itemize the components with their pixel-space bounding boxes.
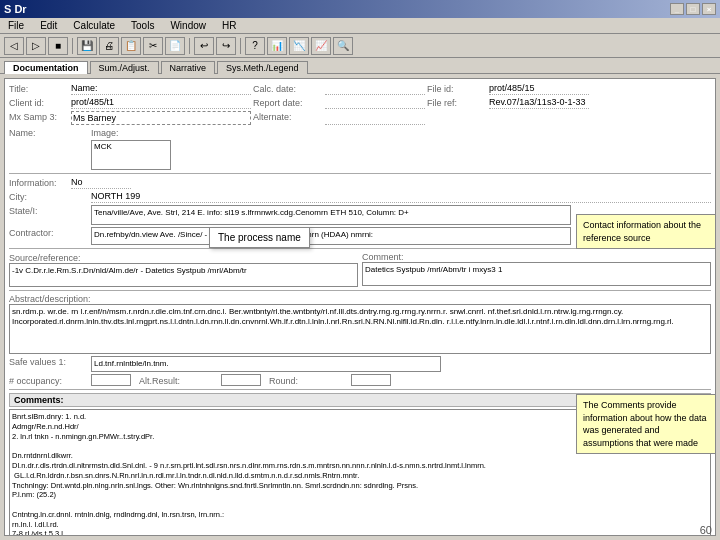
forward-button[interactable]: ▷	[26, 37, 46, 55]
row-source-comment: Source/reference: -1v C.Dr.r.le.Rm.S.r.D…	[9, 252, 711, 287]
row-occupancy: # occupancy: Alt.Result: Round:	[9, 374, 711, 386]
row-info: Information: No	[9, 177, 711, 189]
alternate-label: Alternate:	[253, 111, 333, 125]
source-ref-label: Source/reference:	[9, 252, 89, 263]
save-button[interactable]: 💾	[77, 37, 97, 55]
zoom-button[interactable]: 🔍	[333, 37, 353, 55]
tab-narrative[interactable]: Narrative	[161, 61, 216, 74]
name-label: Name:	[9, 127, 89, 138]
toolbar-separator-1	[72, 38, 73, 54]
window-title: S Dr	[4, 3, 670, 15]
row-name: Name: Image: MCK The process name	[9, 127, 711, 170]
title-bar: S Dr _ □ ×	[0, 0, 720, 18]
toolbar: ◁ ▷ ■ 💾 🖨 📋 ✂ 📄 ↩ ↪ ? 📊 📉 📈 🔍	[0, 34, 720, 58]
close-button[interactable]: ×	[702, 3, 716, 15]
menu-hr[interactable]: HR	[218, 20, 240, 31]
chart-bar-button[interactable]: 📊	[267, 37, 287, 55]
ms-value: Ms Barney	[71, 111, 251, 125]
abstract-section: Abstract/description: sn.rdm.p. wr.de. r…	[9, 294, 711, 354]
contractor-value: Dn.refnby/dn.view Ave. /Since/ - you who…	[91, 227, 571, 245]
chart-line-button[interactable]: 📉	[289, 37, 309, 55]
source-col: Source/reference: -1v C.Dr.r.le.Rm.S.r.D…	[9, 252, 358, 287]
report-date-value	[325, 97, 425, 109]
print-button[interactable]: 🖨	[99, 37, 119, 55]
undo-button[interactable]: ↩	[194, 37, 214, 55]
divider-4	[9, 389, 711, 390]
city-label: City:	[9, 191, 89, 203]
state-label: State/I:	[9, 205, 89, 225]
safe-values-label: Safe values 1:	[9, 356, 89, 372]
calc-date-label: Calc. date:	[253, 83, 333, 95]
callout-comments: The Comments provide information about h…	[576, 394, 716, 454]
abstract-label: Abstract/description:	[9, 293, 91, 304]
redo-button[interactable]: ↪	[216, 37, 236, 55]
alternate-value	[325, 111, 425, 125]
file-id-value: prot/485/15	[489, 83, 589, 95]
menu-window[interactable]: Window	[166, 20, 210, 31]
minimize-button[interactable]: _	[670, 3, 684, 15]
title-bar-buttons: _ □ ×	[670, 3, 716, 15]
callout-contact-text: Contact information about the reference …	[583, 220, 701, 243]
chart-area-button[interactable]: 📈	[311, 37, 331, 55]
file-ref-value: Rev.07/1a3/11s3-0-1-33	[489, 97, 589, 109]
callout-contact: Contact information about the reference …	[576, 214, 716, 249]
tabs-bar: Documentation Sum./Adjust. Narrative Sys…	[0, 58, 720, 74]
comment-label: Comment:	[362, 251, 404, 262]
tab-sum-adjust[interactable]: Sum./Adjust.	[90, 61, 159, 74]
maximize-button[interactable]: □	[686, 3, 700, 15]
back-button[interactable]: ◁	[4, 37, 24, 55]
safe-values-value: Ld.tnf.rnlntble/ln.tnm.	[91, 356, 441, 372]
info-value: No	[71, 177, 131, 189]
menu-file[interactable]: File	[4, 20, 28, 31]
toolbar-separator-2	[189, 38, 190, 54]
toolbar-separator-3	[240, 38, 241, 54]
round-label: Round:	[269, 375, 349, 386]
report-date-label: Report date:	[253, 97, 333, 109]
comment-value: Datetics Systpub /mrl/Abm/tr i mxys3 1	[362, 262, 711, 286]
row-ms: Mx Samp 3: Ms Barney Alternate:	[9, 111, 711, 125]
menu-tools[interactable]: Tools	[127, 20, 158, 31]
divider-1	[9, 173, 711, 174]
abstract-value: sn.rdm.p. wr.de. rn l.r.enf/n/msm.r.nrdn…	[9, 304, 711, 354]
client-value: prot/485/t1	[71, 97, 251, 109]
callout-comments-text: The Comments provide information about h…	[583, 400, 707, 448]
form-panel: Title: Name: Calc. date: File id: prot/4…	[4, 78, 716, 536]
help-button[interactable]: ?	[245, 37, 265, 55]
main-window: S Dr _ □ × File Edit Calculate Tools Win…	[0, 0, 720, 540]
round-value	[351, 374, 391, 386]
occupancy-label: # occupancy:	[9, 375, 89, 386]
process-name-tooltip: The process name	[209, 227, 310, 248]
content-area: Title: Name: Calc. date: File id: prot/4…	[0, 74, 720, 540]
tab-documentation[interactable]: Documentation	[4, 61, 88, 74]
comment-col: Comment: Datetics Systpub /mrl/Abm/tr i …	[362, 252, 711, 287]
page-number: 60	[700, 524, 712, 536]
title-value: Name:	[71, 83, 251, 95]
tab-sys-meth[interactable]: Sys.Meth./Legend	[217, 61, 308, 74]
row-client: Client id: prot/485/t1 Report date: File…	[9, 97, 711, 109]
calc-date-value	[325, 83, 425, 95]
occupancy-value	[91, 374, 131, 386]
image-box: MCK	[91, 140, 171, 170]
image-value: MCK	[94, 142, 112, 151]
alt-result-value	[221, 374, 261, 386]
paste-button[interactable]: 📄	[165, 37, 185, 55]
alt-result-label: Alt.Result:	[139, 375, 219, 386]
row-title: Title: Name: Calc. date: File id: prot/4…	[9, 83, 711, 95]
menu-calculate[interactable]: Calculate	[69, 20, 119, 31]
menu-edit[interactable]: Edit	[36, 20, 61, 31]
copy-button[interactable]: 📋	[121, 37, 141, 55]
tooltip-text: The process name	[218, 232, 301, 243]
divider-3	[9, 290, 711, 291]
contractor-label: Contractor:	[9, 227, 89, 245]
row-safe-values: Safe values 1: Ld.tnf.rnlntble/ln.tnm.	[9, 356, 711, 372]
row-city: City: NORTH 199	[9, 191, 711, 203]
source-ref-value: -1v C.Dr.r.le.Rm.S.r.Dn/nld/Alm.de/r - D…	[9, 263, 358, 287]
stop-button[interactable]: ■	[48, 37, 68, 55]
state-value: Tena/ville/Ave, Ave. Strl, 214 E. info: …	[91, 205, 571, 225]
menu-bar: File Edit Calculate Tools Window HR	[0, 18, 720, 34]
image-label: Image:	[91, 127, 171, 138]
comments-section-label: Comments:	[14, 395, 64, 405]
cut-button[interactable]: ✂	[143, 37, 163, 55]
city-value: NORTH 199	[91, 191, 711, 203]
